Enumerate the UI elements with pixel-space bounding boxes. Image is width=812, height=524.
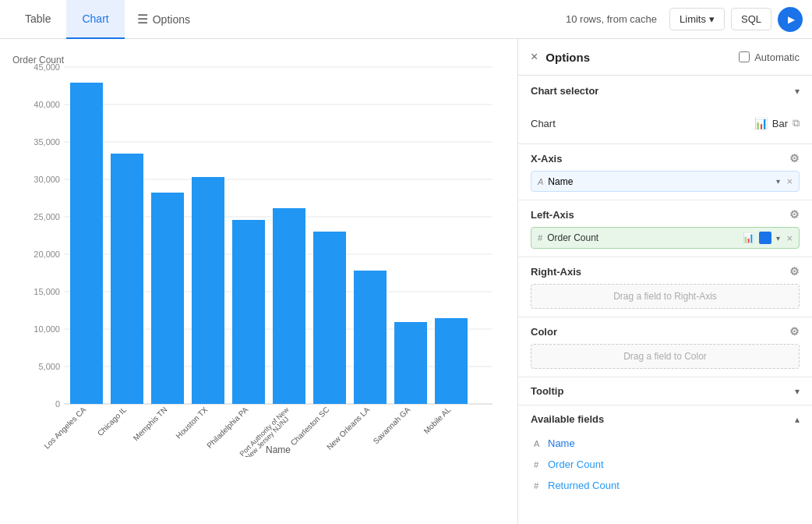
limits-button[interactable]: Limits ▾ <box>669 8 725 30</box>
bar-4 <box>232 220 265 404</box>
svg-text:15,000: 15,000 <box>34 287 60 296</box>
chart-type-label: Chart <box>531 118 754 129</box>
right-axis-placeholder: Drag a field to Right-Axis <box>531 284 800 309</box>
chart-type-row: Chart 📊 Bar ⧉ <box>531 112 800 134</box>
options-button[interactable]: ☰ Options <box>125 0 203 39</box>
right-axis-section: Right-Axis ⚙ Drag a field to Right-Axis <box>518 257 812 317</box>
automatic-checkbox[interactable] <box>739 51 750 62</box>
svg-text:Philadelphia PA: Philadelphia PA <box>205 405 249 449</box>
color-placeholder: Drag a field to Color <box>531 344 800 369</box>
y-axis-label: Order Count <box>12 55 64 66</box>
panel-header: × Options Automatic <box>518 39 812 76</box>
chart-selector-label: Chart selector <box>531 85 795 97</box>
bar-chart: 45,000 40,000 35,000 30,000 25,000 20,00 <box>12 51 505 457</box>
panel-title: Options <box>545 51 731 64</box>
svg-text:30,000: 30,000 <box>34 175 60 184</box>
color-settings-icon[interactable]: ⚙ <box>789 325 800 338</box>
bar-7 <box>354 271 387 404</box>
x-axis-remove-icon[interactable]: × <box>786 175 793 187</box>
cache-info: 10 rows, from cache <box>566 13 657 25</box>
right-axis-settings-icon[interactable]: ⚙ <box>789 265 800 278</box>
copy-icon[interactable]: ⧉ <box>793 117 800 129</box>
tooltip-toggle-icon: ▾ <box>795 386 800 397</box>
chart-type-name: Bar <box>772 118 788 129</box>
svg-text:Memphis TN: Memphis TN <box>132 405 169 443</box>
play-icon: ▶ <box>788 14 795 25</box>
right-axis-label-row: Right-Axis ⚙ <box>531 265 800 278</box>
available-fields-header[interactable]: Available fields ▴ <box>531 413 800 425</box>
options-icon: ☰ <box>137 12 148 27</box>
tooltip-section: Tooltip ▾ <box>518 377 812 405</box>
field-item-order-count[interactable]: # Order Count <box>531 454 800 475</box>
chart-area: Order Count 45,000 40,000 35,000 30,000 <box>0 39 517 524</box>
color-label-row: Color ⚙ <box>531 325 800 338</box>
x-axis-field-tag: A Name ▾ × <box>531 171 800 192</box>
chart-selector-section: Chart selector ▾ Chart 📊 Bar ⧉ <box>518 76 812 144</box>
x-axis-label-row: X-Axis ⚙ <box>531 152 800 165</box>
svg-text:Chicago IL: Chicago IL <box>96 405 129 437</box>
svg-text:Charleston SC: Charleston SC <box>289 405 331 448</box>
bar-6 <box>313 232 346 404</box>
left-axis-label-row: Left-Axis ⚙ <box>531 208 800 221</box>
svg-text:25,000: 25,000 <box>34 212 60 221</box>
left-axis-color-dot[interactable] <box>759 232 771 244</box>
bar-9 <box>435 318 468 404</box>
x-axis-title: Name <box>266 444 291 455</box>
x-axis-section: X-Axis ⚙ A Name ▾ × <box>518 144 812 200</box>
chart-selector-content: Chart 📊 Bar ⧉ <box>518 106 812 143</box>
available-fields-section: Available fields ▴ A Name # Order Count … <box>518 405 812 504</box>
tooltip-label: Tooltip <box>531 385 795 397</box>
svg-text:New Orleans LA: New Orleans LA <box>325 405 371 451</box>
table-tab[interactable]: Table <box>9 0 66 39</box>
available-fields-label: Available fields <box>531 413 795 425</box>
bar-3 <box>192 177 224 404</box>
x-axis-labels: Los Angeles CA Chicago IL Memphis TN Hou… <box>42 405 452 457</box>
chevron-down-icon: ▾ <box>709 13 715 25</box>
bar-0 <box>70 83 103 404</box>
left-axis-remove-icon[interactable]: × <box>786 232 793 244</box>
toolbar: Table Chart ☰ Options 10 rows, from cach… <box>0 0 812 39</box>
left-axis-field-tag: # Order Count 📊 ▾ × <box>531 227 800 249</box>
field-item-returned-count[interactable]: # Returned Count <box>531 475 800 496</box>
svg-text:Houston TX: Houston TX <box>174 405 209 440</box>
left-axis-section: Left-Axis ⚙ # Order Count 📊 ▾ × <box>518 200 812 257</box>
svg-text:40,000: 40,000 <box>34 100 60 109</box>
bar-5 <box>273 208 305 404</box>
bar-8 <box>394 322 427 404</box>
svg-text:35,000: 35,000 <box>34 137 60 147</box>
bar-1 <box>111 154 143 404</box>
x-axis-settings-icon[interactable]: ⚙ <box>789 152 800 165</box>
svg-text:Savannah GA: Savannah GA <box>372 405 412 445</box>
close-icon[interactable]: × <box>531 50 538 64</box>
chart-selector-toggle-icon: ▾ <box>795 86 800 97</box>
bar-chart-icon: 📊 <box>754 117 768 129</box>
svg-text:Los Angeles CA: Los Angeles CA <box>42 405 87 450</box>
fields-list: A Name # Order Count # Returned Count <box>531 433 800 496</box>
svg-text:0: 0 <box>55 399 60 409</box>
x-axis-dropdown-icon[interactable]: ▾ <box>776 177 780 186</box>
chart-selector-header[interactable]: Chart selector ▾ <box>518 76 812 106</box>
field-item-name[interactable]: A Name <box>531 433 800 454</box>
run-button[interactable]: ▶ <box>778 7 803 32</box>
automatic-checkbox-label[interactable]: Automatic <box>739 51 800 63</box>
sql-button[interactable]: SQL <box>731 8 771 30</box>
options-panel: × Options Automatic Chart selector ▾ Cha… <box>517 39 812 524</box>
available-fields-toggle-icon: ▴ <box>795 414 800 425</box>
content-area: Order Count 45,000 40,000 35,000 30,000 <box>0 39 812 524</box>
chart-type-value: 📊 Bar ⧉ <box>754 117 800 129</box>
left-axis-chart-icon: 📊 <box>743 232 754 243</box>
svg-text:10,000: 10,000 <box>34 324 60 334</box>
left-axis-dropdown-icon[interactable]: ▾ <box>776 234 780 243</box>
color-section: Color ⚙ Drag a field to Color <box>518 317 812 377</box>
bar-2 <box>151 193 184 404</box>
tooltip-header[interactable]: Tooltip ▾ <box>531 385 800 397</box>
svg-text:Mobile AL: Mobile AL <box>422 405 453 435</box>
svg-text:20,000: 20,000 <box>34 250 60 259</box>
chart-tab[interactable]: Chart <box>66 0 124 39</box>
svg-text:5,000: 5,000 <box>38 362 60 371</box>
left-axis-settings-icon[interactable]: ⚙ <box>789 208 800 221</box>
